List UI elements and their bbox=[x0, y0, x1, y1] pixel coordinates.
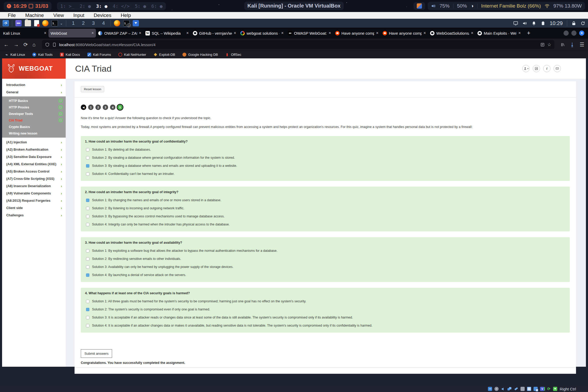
checkbox[interactable] bbox=[86, 308, 89, 311]
usb-icon[interactable] bbox=[513, 386, 519, 392]
menu-help[interactable]: Help bbox=[121, 13, 131, 18]
webgoat-brand[interactable]: WEBGOAT bbox=[2, 58, 66, 79]
workspace-1[interactable]: 1: >_ bbox=[60, 3, 74, 9]
downloads-icon[interactable]: ⭳ bbox=[570, 42, 575, 48]
reset-lesson-button[interactable]: Reset lesson bbox=[81, 86, 104, 92]
sidebar-item-introduction[interactable]: Introduction› bbox=[2, 81, 66, 89]
text-editor-launcher[interactable] bbox=[34, 20, 39, 26]
checkbox[interactable] bbox=[86, 148, 89, 151]
page-info-icon[interactable] bbox=[52, 42, 57, 47]
downloads-folder-button[interactable] bbox=[133, 20, 139, 26]
sidebar-item-general[interactable]: General› bbox=[2, 89, 66, 96]
menu-devices[interactable]: Devices bbox=[94, 13, 112, 18]
minimize-button[interactable] bbox=[564, 30, 569, 36]
menu-view[interactable]: View bbox=[53, 13, 64, 18]
shield-icon[interactable] bbox=[45, 42, 50, 47]
bookmark-exploit-db[interactable]: Exploit-DB bbox=[154, 53, 175, 57]
library-icon[interactable] bbox=[561, 42, 565, 47]
workspace-3-active[interactable]: 3: ● bbox=[96, 3, 107, 9]
optical-disc-icon[interactable] bbox=[494, 387, 499, 391]
close-window-button[interactable]: ✕ bbox=[579, 30, 584, 36]
submit-answers-button[interactable]: Submit answers bbox=[81, 349, 112, 358]
checkbox[interactable] bbox=[86, 172, 89, 176]
files-launcher[interactable] bbox=[25, 20, 31, 26]
tab-sql-wikipedia[interactable]: W SQL – Wikipedia × bbox=[143, 29, 191, 38]
logout-icon[interactable] bbox=[580, 21, 585, 26]
firefox-launcher[interactable] bbox=[42, 20, 48, 26]
url-bar[interactable]: localhost:8080/WebGoat/start.mvc#lesson/… bbox=[42, 40, 554, 49]
page-2-button[interactable]: 2 bbox=[95, 105, 101, 110]
display-icon[interactable] bbox=[527, 387, 531, 391]
lock-screen-icon[interactable] bbox=[571, 21, 576, 26]
lesson-cia-triad-active[interactable]: CIA Triad✓ bbox=[2, 117, 66, 124]
quiz-option[interactable]: Solution 1: By deleting all the database… bbox=[85, 148, 566, 151]
sidebar-item-a5-broken-access[interactable]: (A5) Broken Access Control› bbox=[2, 168, 66, 175]
checkbox[interactable] bbox=[86, 265, 89, 269]
quiz-option[interactable]: Solution 4: Confidentiality can't be har… bbox=[85, 172, 566, 176]
quiz-option[interactable]: Solution 3: Availability can only be har… bbox=[85, 265, 566, 269]
terminal-launcher[interactable]: $_ bbox=[52, 20, 58, 26]
tab-close-icon[interactable]: × bbox=[186, 31, 189, 35]
checkbox[interactable] bbox=[86, 249, 89, 253]
sidebar-item-client-side[interactable]: Client side› bbox=[2, 204, 66, 212]
quiz-option[interactable]: Solution 2: By listening to incoming and… bbox=[85, 206, 566, 210]
quiz-option[interactable]: Solution 1: All three goals must be harm… bbox=[85, 299, 566, 303]
tab-webgoatsolutions[interactable]: WebGoatSolutions/S × bbox=[428, 29, 475, 38]
checkbox[interactable] bbox=[86, 215, 89, 218]
bookmark-kali-tools[interactable]: Kali Tools bbox=[32, 53, 52, 57]
display-settings-icon[interactable] bbox=[513, 21, 518, 26]
recording-icon[interactable]: V bbox=[540, 387, 544, 391]
checkbox[interactable] bbox=[86, 164, 89, 168]
quiz-option[interactable]: Solution 2: The system's security is com… bbox=[85, 308, 566, 311]
guest-additions-icon[interactable] bbox=[553, 387, 557, 391]
quiz-option[interactable]: Solution 4: Integrity can only be harmed… bbox=[85, 223, 566, 226]
tab-close-icon[interactable]: × bbox=[471, 31, 473, 35]
bookmark-kali-nethunter[interactable]: Kali NetHunter bbox=[118, 53, 146, 57]
checkbox[interactable] bbox=[86, 324, 89, 327]
tab-github-vernjan[interactable]: GitHub - vernjan/web × bbox=[191, 29, 238, 38]
host-status-widget[interactable]: 75% 50% ◑ Internet Familie Bolz (66%) 97… bbox=[428, 2, 585, 10]
shared-clipboard-icon[interactable] bbox=[534, 387, 538, 391]
page-3-button[interactable]: 3 bbox=[103, 105, 108, 110]
sidebar-item-a9-vulnerable-components[interactable]: (A9) Vulnerable Components› bbox=[2, 190, 66, 197]
guest-workspace-2[interactable]: 2 bbox=[82, 20, 85, 26]
sidebar-item-a8-insecure-deserialization[interactable]: (A8) Insecure Deserialization› bbox=[2, 182, 66, 190]
menu-machine[interactable]: Machine bbox=[25, 13, 44, 18]
checkbox[interactable] bbox=[86, 316, 89, 319]
guest-workspace-1[interactable]: 1 bbox=[72, 20, 75, 26]
guest-workspace-4[interactable]: 4 bbox=[102, 20, 105, 26]
tab-main-exploits[interactable]: Main Exploits · WebG × bbox=[475, 29, 523, 38]
quiz-option[interactable]: Solution 1: By exploiting a software bug… bbox=[85, 249, 566, 253]
sidebar-item-a2-broken-authentication[interactable]: (A2) Broken Authentication› bbox=[2, 146, 66, 153]
clock-date-widget[interactable]: 16:29 31/03 bbox=[4, 2, 51, 10]
quiz-option[interactable]: Solution 2: By redirecting sensitive ema… bbox=[85, 257, 566, 261]
page-1-button[interactable]: 1 bbox=[88, 105, 94, 110]
tab-kali-linux[interactable]: Kali Linux × bbox=[1, 29, 48, 38]
lesson-crypto-basics[interactable]: Crypto Basics bbox=[2, 124, 66, 130]
tab-close-icon[interactable]: × bbox=[281, 31, 284, 35]
sidebar-item-a7-xss[interactable]: (A7) Cross-Site Scripting (XSS)› bbox=[2, 175, 66, 182]
bookmark-kali-docs[interactable]: Kali Docs bbox=[60, 53, 80, 57]
tab-close-icon[interactable]: × bbox=[44, 31, 46, 35]
quiz-option[interactable]: Solution 4: It is acceptable if an attac… bbox=[85, 324, 566, 327]
tab-close-icon[interactable]: × bbox=[234, 31, 236, 35]
guest-clock[interactable]: 10:29 bbox=[550, 20, 563, 26]
workspace-4[interactable]: 4: </> bbox=[113, 3, 130, 9]
tab-close-icon[interactable]: × bbox=[329, 31, 331, 35]
quiz-option[interactable]: Solution 3: It is acceptable if an attac… bbox=[85, 316, 566, 319]
quiz-option[interactable]: Solution 3: By stealing a database where… bbox=[85, 164, 566, 168]
lesson-http-basics[interactable]: HTTP Basics✓ bbox=[2, 97, 66, 104]
shared-folder-icon[interactable] bbox=[520, 387, 525, 391]
checkbox[interactable] bbox=[86, 199, 89, 202]
page-5-button-active[interactable]: 5 bbox=[117, 105, 123, 110]
sidebar-item-a1-injection[interactable]: (A1) Injection› bbox=[2, 139, 66, 146]
tab-owasp-webgoat[interactable]: OWASP WebGoat: G × bbox=[286, 29, 333, 38]
battery-icon[interactable] bbox=[541, 21, 546, 26]
tab-close-icon[interactable]: × bbox=[139, 31, 141, 35]
tab-close-icon[interactable]: × bbox=[424, 31, 426, 35]
terminal-window-button[interactable]: $_ 3 bbox=[123, 20, 130, 26]
reader-view-icon[interactable] bbox=[540, 42, 545, 47]
hard-disk-icon[interactable] bbox=[488, 387, 492, 391]
file-manager-launcher[interactable] bbox=[15, 20, 22, 26]
workspace-5[interactable]: 5: ● bbox=[135, 3, 146, 9]
